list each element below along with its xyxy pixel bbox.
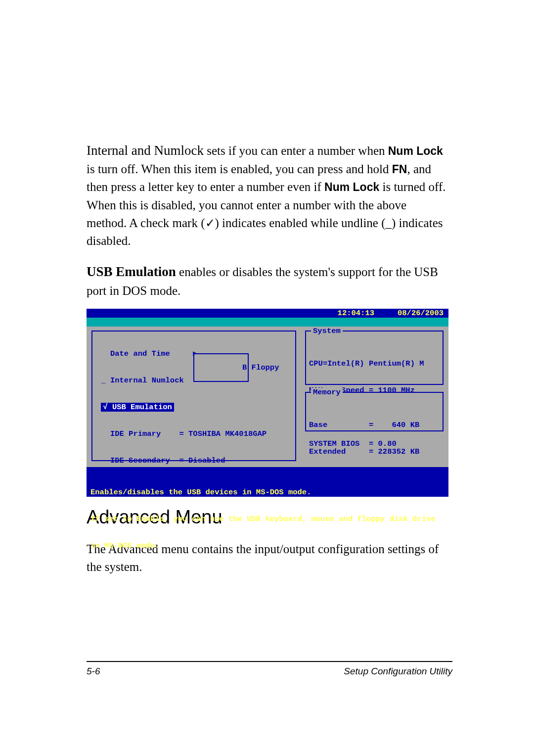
footer-rule <box>87 661 452 662</box>
bios-menubar[interactable]: MainAdvancedSecurityBootExit <box>87 318 448 327</box>
system-cpu: CPU=Intel(R) Pentium(R) M <box>309 359 440 368</box>
bios-titlebar: Insyde Software SCU 12:04:13 08/26/2003 <box>87 309 448 318</box>
text: is turn off. When this item is enabled, … <box>87 162 392 176</box>
bios-memory-panel: Memory Base = 640 KB Extended = 228352 K… <box>305 392 444 431</box>
memory-extended: Extended = 228352 KB <box>309 447 440 456</box>
key-numlock: Num Lock <box>388 144 443 157</box>
page-footer: 5-6 Setup Configuration Utility <box>87 666 452 677</box>
bios-help-bar: Enables/disables the USB devices in MS-D… <box>87 469 448 497</box>
item-ide-primary-label: IDE Primary = TOSHIBA MK4018GAP <box>110 429 267 438</box>
bios-time: 12:04:13 <box>338 309 374 318</box>
page-number: 5-6 <box>87 666 100 677</box>
key-numlock-2: Num Lock <box>324 181 379 193</box>
bios-main-area: Date and Time ▶ _ Internal Numlock √ USB… <box>87 327 448 467</box>
text: sets if you can enter a number when <box>204 144 388 157</box>
paragraph-usb-emulation: USB Emulation enables or disables the sy… <box>87 262 447 299</box>
item-date-and-time-label: Date and Time ▶ <box>110 349 198 358</box>
item-ide-secondary[interactable]: IDE Secondary = Disabled <box>92 456 295 465</box>
lead-internal-numlock: Internal and Numlock <box>87 143 204 158</box>
help-line-2: If set to Enable, you can use the USB ke… <box>90 515 445 523</box>
item-usb-emulation[interactable]: √ USB Emulation <box>92 403 295 412</box>
help-line-3: in MS-DOS mode. <box>90 541 445 550</box>
item-internal-numlock-label: _ Internal Numlock <box>101 376 183 385</box>
bios-date: 08/26/2003 <box>398 309 444 318</box>
memory-base: Base = 640 KB <box>309 421 440 429</box>
key-fn: FN <box>392 163 407 176</box>
item-ide-secondary-label: IDE Secondary = Disabled <box>110 456 225 465</box>
paragraph-internal-numlock: Internal and Numlock sets if you can ent… <box>87 141 447 250</box>
page: Internal and Numlock sets if you can ent… <box>0 0 534 756</box>
bios-screenshot: Insyde Software SCU 12:04:13 08/26/2003 … <box>87 309 448 497</box>
bios-system-panel: System CPU=Intel(R) Pentium(R) M MAX Spe… <box>305 331 444 385</box>
footer-title: Setup Configuration Utility <box>344 666 452 677</box>
bios-left-panel: Date and Time ▶ _ Internal Numlock √ USB… <box>91 331 296 461</box>
lead-usb-emulation: USB Emulation <box>87 264 176 279</box>
help-line-1: Enables/disables the USB devices in MS-D… <box>90 488 445 497</box>
checkmark-icon: ✓ <box>205 217 215 230</box>
item-ide-primary[interactable]: IDE Primary = TOSHIBA MK4018GAP <box>92 429 295 438</box>
usb-emulation-submenu[interactable]: B Floppy <box>193 353 249 382</box>
memory-label: Memory <box>311 388 343 397</box>
submenu-floppy[interactable]: B Floppy <box>242 363 279 372</box>
system-label: System <box>311 327 343 335</box>
item-usb-emulation-label: √ USB Emulation <box>101 403 174 412</box>
